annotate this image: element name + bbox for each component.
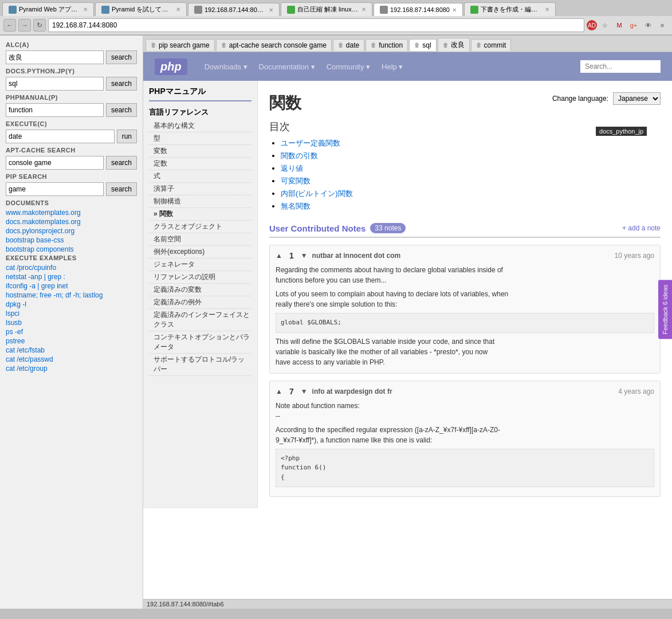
php-sidebar-item-16[interactable]: コンテキストオプションとパラメータ (149, 331, 251, 354)
exec-link-8[interactable]: pstree (6, 337, 137, 345)
trash-icon-3[interactable]: 🗑 (371, 42, 376, 48)
menu-icon[interactable]: ≡ (656, 19, 669, 32)
php-lang-select[interactable]: Japanese English (613, 92, 661, 105)
refresh-button[interactable]: ↻ (33, 19, 46, 32)
docs-python-input[interactable] (6, 77, 104, 91)
php-sidebar-item-0[interactable]: 基本的な構文 (149, 120, 251, 132)
vote-up-1[interactable]: ▲ (276, 387, 282, 395)
trash-icon-6[interactable]: 🗑 (476, 42, 482, 48)
exec-link-0[interactable]: cat /proc/cpuinfo (6, 264, 137, 272)
php-sidebar-item-17[interactable]: サポートするプロトコル/ラッパー (149, 354, 251, 376)
tab-close-5[interactable]: ✕ (452, 7, 457, 13)
php-sidebar-item-5[interactable]: 演算子 (149, 183, 251, 195)
exec-link-9[interactable]: cat /etc/fstab (6, 346, 137, 354)
bookmark-icon[interactable]: ☆ (599, 19, 611, 32)
phpmanual-search-button[interactable]: search (106, 103, 137, 117)
toc-link-5[interactable]: 無名関数 (281, 202, 311, 210)
exec-link-1[interactable]: netstat -anp | grep : (6, 273, 137, 281)
toc-link-1[interactable]: 関数の引数 (281, 151, 318, 160)
pip-search-input[interactable] (6, 182, 104, 196)
php-sidebar-item-3[interactable]: 定数 (149, 158, 251, 170)
trash-icon-4[interactable]: 🗑 (414, 42, 420, 48)
content-tab-4[interactable]: 🗑 sql (409, 39, 436, 51)
php-sidebar-item-15[interactable]: 定義済みのインターフェイスとクラス (149, 309, 251, 331)
php-nav-community[interactable]: Community ▾ (327, 62, 370, 71)
alc-search-button[interactable]: search (106, 50, 137, 64)
php-search-input[interactable] (580, 60, 661, 73)
tab-close-1[interactable]: ✕ (83, 6, 88, 13)
php-sidebar-item-8[interactable]: クラスとオブジェクト (149, 221, 251, 233)
back-button[interactable]: ← (3, 19, 16, 32)
browser-tab-2[interactable]: Pyramid を試してみる… ✕ (95, 2, 187, 16)
php-sidebar-item-6[interactable]: 制御構造 (149, 195, 251, 208)
content-tab-6[interactable]: 🗑 commit (471, 39, 512, 51)
tab-close-2[interactable]: ✕ (176, 6, 180, 13)
php-sidebar-item-4[interactable]: 式 (149, 170, 251, 183)
php-nav-documentation[interactable]: Documentation ▾ (259, 62, 315, 71)
vote-up-0[interactable]: ▲ (276, 252, 282, 260)
vote-down-0[interactable]: ▼ (301, 252, 308, 260)
exec-link-4[interactable]: dpkg -l (6, 300, 137, 308)
trash-icon-5[interactable]: 🗑 (443, 42, 449, 48)
doc-link-4[interactable]: bootstrap components (6, 245, 137, 253)
phpmanual-input[interactable] (6, 103, 104, 117)
content-tab-0[interactable]: 🗑 pip search game (146, 39, 215, 51)
execute-input[interactable] (6, 130, 115, 143)
apt-cache-search-button[interactable]: search (106, 156, 137, 170)
gplus-icon[interactable]: g+ (627, 19, 640, 32)
exec-link-5[interactable]: lspci (6, 310, 137, 318)
toc-link-2[interactable]: 返り値 (281, 164, 303, 173)
doc-link-3[interactable]: bootstrap base-css (6, 236, 137, 244)
address-input[interactable] (48, 18, 584, 32)
php-nav-help[interactable]: Help ▾ (382, 62, 403, 71)
content-tab-3[interactable]: 🗑 function (366, 39, 408, 51)
forward-button[interactable]: → (18, 19, 31, 32)
exec-link-10[interactable]: cat /etc/passwd (6, 355, 137, 363)
php-sidebar-item-10[interactable]: 例外(exceptions) (149, 246, 251, 258)
exec-link-6[interactable]: lsusb (6, 319, 137, 327)
add-note-button[interactable]: + add a note (622, 224, 661, 232)
content-tab-2[interactable]: 🗑 date (333, 39, 364, 51)
execute-run-button[interactable]: run (117, 130, 137, 143)
php-sidebar-item-12[interactable]: リファレンスの説明 (149, 271, 251, 284)
tab-close-4[interactable]: ✕ (361, 6, 366, 13)
php-nav-downloads[interactable]: Downloads ▾ (205, 62, 247, 71)
toc-link-3[interactable]: 可変関数 (281, 177, 311, 185)
eye-icon[interactable]: 👁 (642, 19, 654, 32)
doc-link-1[interactable]: docs.makotemplates.org (6, 218, 137, 226)
doc-link-2[interactable]: docs.pylonsproject.org (6, 227, 137, 235)
exec-link-2[interactable]: ifconfig -a | grep inet (6, 282, 137, 290)
php-sidebar-item-14[interactable]: 定義済みの例外 (149, 296, 251, 309)
docs-python-search-button[interactable]: search (106, 77, 137, 91)
php-sidebar-item-2[interactable]: 変数 (149, 145, 251, 158)
alc-input[interactable] (6, 50, 104, 64)
feedback-tab[interactable]: Feedback 6 ideas (658, 280, 672, 339)
php-sidebar-item-9[interactable]: 名前空間 (149, 233, 251, 246)
php-sidebar-item-7[interactable]: » 関数 (149, 208, 251, 221)
exec-link-3[interactable]: hostname; free -m; df -h; lastlog (6, 291, 137, 299)
adblock-icon[interactable]: AD (587, 20, 597, 30)
php-sidebar-item-11[interactable]: ジェネレータ (149, 258, 251, 271)
php-sidebar-item-1[interactable]: 型 (149, 132, 251, 145)
trash-icon-1[interactable]: 🗑 (221, 42, 227, 48)
pip-search-button[interactable]: search (106, 182, 137, 196)
php-sidebar-item-13[interactable]: 定義済みの変数 (149, 284, 251, 296)
toc-link-0[interactable]: ユーザー定義関数 (281, 139, 340, 147)
browser-tab-3[interactable]: 192.168.87.144:8080/#… ✕ (188, 3, 280, 16)
exec-link-11[interactable]: cat /etc/group (6, 365, 137, 373)
toc-link-4[interactable]: 内部(ビルトイン)関数 (281, 189, 353, 198)
browser-tab-5[interactable]: 192.168.87.144:8080 ✕ (374, 3, 463, 16)
content-tab-1[interactable]: 🗑 apt-cache search console game (216, 39, 332, 51)
tab-close-6[interactable]: ✕ (545, 6, 549, 13)
exec-link-7[interactable]: ps -ef (6, 328, 137, 336)
vote-down-1[interactable]: ▼ (301, 387, 308, 395)
browser-tab-6[interactable]: 下書きを作成・編集 – C… ✕ (464, 2, 556, 16)
browser-tab-1[interactable]: Pyramid Web アプリケ… ✕ (2, 2, 94, 16)
trash-icon-0[interactable]: 🗑 (151, 42, 156, 48)
doc-link-0[interactable]: www.makotemplates.org (6, 209, 137, 217)
gmail-icon[interactable]: M (613, 19, 626, 32)
apt-cache-input[interactable] (6, 156, 104, 170)
browser-tab-4[interactable]: 自己圧縮 解凍 linux –… ✕ (281, 2, 372, 16)
content-tab-5[interactable]: 🗑 改良 (438, 38, 470, 52)
tab-close-3[interactable]: ✕ (269, 7, 273, 13)
